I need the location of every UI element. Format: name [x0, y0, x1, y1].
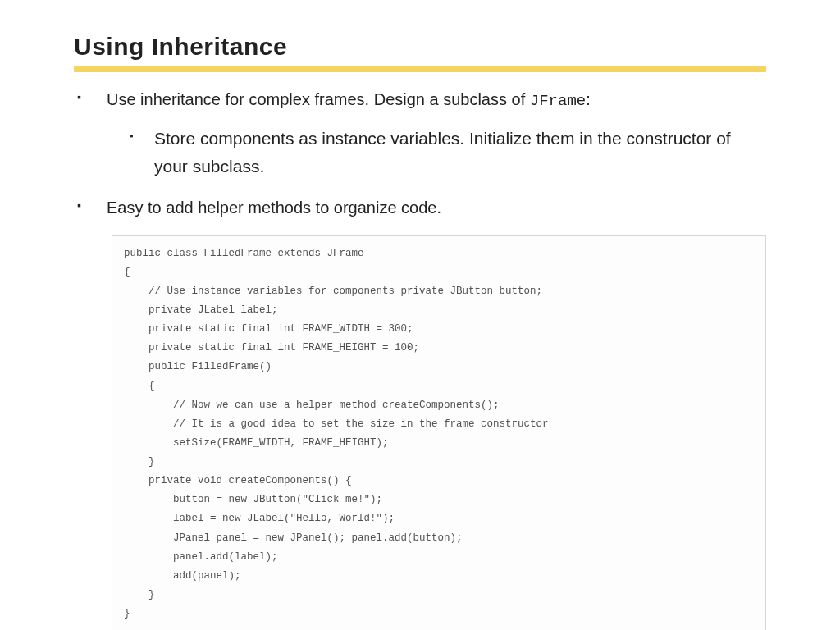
list-item: Easy to add helper methods to organize c…	[74, 195, 766, 221]
inline-code: JFrame	[530, 92, 586, 110]
bullet-text: Easy to add helper methods to organize c…	[107, 199, 441, 217]
list-item: Store components as instance variables. …	[130, 125, 766, 180]
slide: Using Inheritance Use inheritance for co…	[0, 0, 840, 630]
bullet-text: :	[586, 90, 591, 108]
code-block: public class FilledFrame extends JFrame …	[112, 235, 766, 630]
page-title: Using Inheritance	[74, 33, 766, 61]
sub-bullet-list: Store components as instance variables. …	[130, 125, 766, 180]
bullet-text: Use inheritance for complex frames. Desi…	[107, 90, 530, 108]
list-item: Use inheritance for complex frames. Desi…	[74, 87, 766, 180]
bullet-list: Use inheritance for complex frames. Desi…	[74, 87, 766, 221]
title-underline	[74, 66, 766, 72]
bullet-text: Store components as instance variables. …	[154, 129, 731, 176]
